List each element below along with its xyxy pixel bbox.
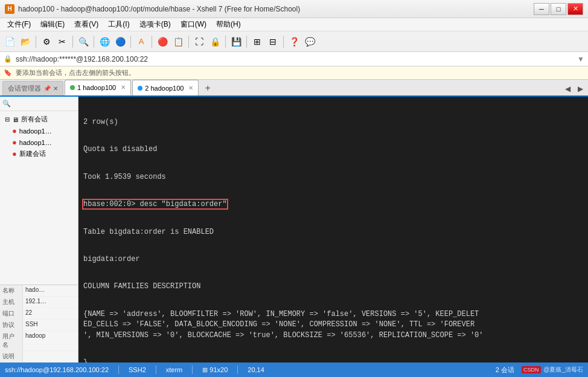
toolbar-btn13[interactable]: 💾 (229, 34, 243, 49)
tree-hadoop1-icon: ● (12, 126, 17, 135)
close-button[interactable]: ✕ (567, 3, 583, 15)
address-dropdown-icon[interactable]: ▼ (577, 55, 584, 63)
toolbar-btn12[interactable]: 🔒 (208, 34, 222, 49)
prop-name: 名称 hado… (0, 285, 78, 297)
prop-note: 说明 (0, 351, 78, 362)
tree-root-label: 所有会话 (21, 115, 48, 124)
tab-1-close[interactable]: ✕ (121, 84, 126, 91)
tab-2-close[interactable]: ✕ (188, 85, 193, 91)
toolbar-btn8[interactable]: A (134, 34, 149, 49)
tree-item-hadoop1[interactable]: ● hadoop1… (0, 125, 78, 137)
app-icon: H (5, 4, 14, 14)
main-area: 🔍 ⊟ 🖥 所有会话 ● hadoop1… ● hadoop1… ● 新建会话 (0, 97, 588, 362)
prop-note-value (23, 351, 28, 362)
prop-username: 用户名 hadoop (0, 331, 78, 351)
tab-1-label: 1 hadoop100 (77, 84, 116, 91)
prop-protocol-value: SSH (23, 320, 40, 330)
prop-port-value: 22 (23, 308, 34, 319)
prop-host-value: 192.1… (23, 297, 49, 308)
toolbar-sep6 (188, 36, 189, 48)
menu-view[interactable]: 查看(V) (69, 18, 103, 31)
toolbar-sep5 (152, 36, 152, 48)
tab-2-hadoop100[interactable]: 2 hadoop100 ✕ (132, 80, 199, 95)
toolbar-btn9[interactable]: 🔴 (155, 34, 170, 49)
minimize-button[interactable]: ─ (534, 3, 549, 15)
tree-new-label: 新建会话 (19, 149, 46, 158)
pin-icon[interactable]: 📌 (43, 85, 51, 92)
title-bar: H hadoop100 - hadoop@hadoop100:/opt/modu… (0, 0, 588, 18)
toolbar-help[interactable]: ❓ (287, 34, 301, 49)
tree-item-hadoop2[interactable]: ● hadoop1… (0, 137, 78, 148)
menu-edit[interactable]: 编辑(E) (36, 18, 69, 31)
menu-window[interactable]: 窗口(W) (176, 18, 211, 31)
prop-username-value: hadoop (23, 331, 48, 350)
session-manager-tab[interactable]: 会话管理器 📌 ✕ (2, 81, 63, 95)
search-icon: 🔍 (2, 100, 11, 108)
tree-hadoop1-label: hadoop1… (19, 127, 52, 135)
menu-tabs[interactable]: 选项卡(B) (135, 18, 176, 31)
prop-name-label: 名称 (0, 285, 23, 296)
status-ssh-address: ssh://hadoop@192.168.200.100:22 (5, 366, 109, 373)
menu-file[interactable]: 文件(F) (2, 18, 36, 31)
prop-protocol: 协议 SSH (0, 320, 78, 331)
window-title: hadoop100 - hadoop@hadoop100:/opt/module… (18, 5, 534, 13)
tab-next-button[interactable]: ▶ (575, 83, 586, 94)
toolbar-btn7[interactable]: 🔵 (113, 34, 127, 49)
lock-icon: 🔒 (4, 55, 12, 63)
tree-item-new-session[interactable]: ● 新建会话 (0, 148, 78, 160)
toolbar-btn15[interactable]: ⊟ (266, 34, 280, 49)
toolbar-btn10[interactable]: 📋 (171, 34, 185, 49)
prop-host-label: 主机 (0, 297, 23, 308)
sidebar: 🔍 ⊟ 🖥 所有会话 ● hadoop1… ● hadoop1… ● 新建会话 (0, 97, 78, 362)
tree-item-root[interactable]: ⊟ 🖥 所有会话 (0, 114, 78, 125)
session-manager-label: 会话管理器 (8, 84, 41, 93)
tab-2-label: 2 hadoop100 (145, 85, 184, 92)
status-divider-3 (192, 366, 193, 374)
toolbar-sep3 (94, 36, 94, 48)
status-watermark: CSDN @夏殇_清莓石 (522, 366, 583, 374)
new-file-button[interactable]: 📄 (2, 34, 17, 49)
status-right: 2 会话 CSDN @夏殇_清莓石 (496, 366, 583, 375)
toolbar-btn3[interactable]: ⚙ (39, 34, 54, 49)
tab-1-status-dot (70, 85, 75, 90)
window-controls[interactable]: ─ □ ✕ (534, 3, 583, 15)
toolbar-btn4[interactable]: ✂ (55, 34, 69, 49)
address-bar: 🔒 ssh://hadoop:******@192.168.200.100:22… (0, 52, 588, 66)
term-line-8: {NAME => 'address', BLOOMFILTER => 'ROW'… (83, 309, 583, 341)
tab-add-button[interactable]: + (200, 81, 215, 95)
term-line-1: 2 row(s) (83, 117, 583, 127)
toolbar-sep7 (225, 36, 226, 48)
open-button[interactable]: 📂 (18, 34, 33, 49)
toolbar-btn16[interactable]: 💬 (302, 34, 317, 49)
menu-help[interactable]: 帮助(H) (211, 18, 246, 31)
status-bar: ssh://hadoop@192.168.200.100:22 SSH2 xte… (0, 362, 588, 377)
term-line-6: bigdata:order (83, 254, 583, 265)
tab-bar: 会话管理器 📌 ✕ 1 hadoop100 ✕ 2 hadoop100 ✕ + … (0, 80, 588, 97)
session-close-icon[interactable]: ✕ (53, 85, 58, 92)
status-encoding: SSH2 (129, 366, 146, 373)
toolbar-sep8 (246, 36, 247, 48)
toolbar-sep1 (36, 36, 36, 48)
tab-1-hadoop100[interactable]: 1 hadoop100 ✕ (65, 80, 131, 95)
status-terminal: xterm (166, 366, 183, 373)
tab-prev-button[interactable]: ◀ (563, 83, 573, 94)
search-input[interactable] (11, 100, 75, 108)
toolbar-sep2 (72, 36, 73, 48)
status-divider-2 (156, 366, 156, 374)
sidebar-search[interactable]: 🔍 (0, 97, 78, 111)
menu-bar: 文件(F) 编辑(E) 查看(V) 工具(I) 选项卡(B) 窗口(W) 帮助(… (0, 18, 588, 31)
tree-new-icon: ● (12, 149, 17, 158)
toolbar-btn14[interactable]: ⊞ (250, 34, 264, 49)
status-dimensions: ⊞ 91x20 (202, 366, 228, 374)
toolbar-btn11[interactable]: ⛶ (192, 34, 206, 49)
menu-tools[interactable]: 工具(I) (103, 18, 134, 31)
sidebar-properties: 名称 hado… 主机 192.1… 端口 22 协议 SSH 用户名 hado… (0, 285, 78, 362)
prop-port: 端口 22 (0, 308, 78, 320)
terminal[interactable]: 2 row(s) Quota is disabled Took 1.9539 s… (78, 97, 588, 362)
term-line-5: Table bigdata:order is ENABLED (83, 227, 583, 237)
toolbar-btn6[interactable]: 🌐 (97, 34, 112, 49)
toolbar: 📄 📂 ⚙ ✂ 🔍 🌐 🔵 A 🔴 📋 ⛶ 🔒 💾 ⊞ ⊟ ❓ 💬 (0, 31, 588, 52)
maximize-button[interactable]: □ (551, 3, 566, 15)
address-text[interactable]: ssh://hadoop:******@192.168.200.100:22 (16, 55, 148, 63)
toolbar-btn5[interactable]: 🔍 (76, 34, 91, 49)
